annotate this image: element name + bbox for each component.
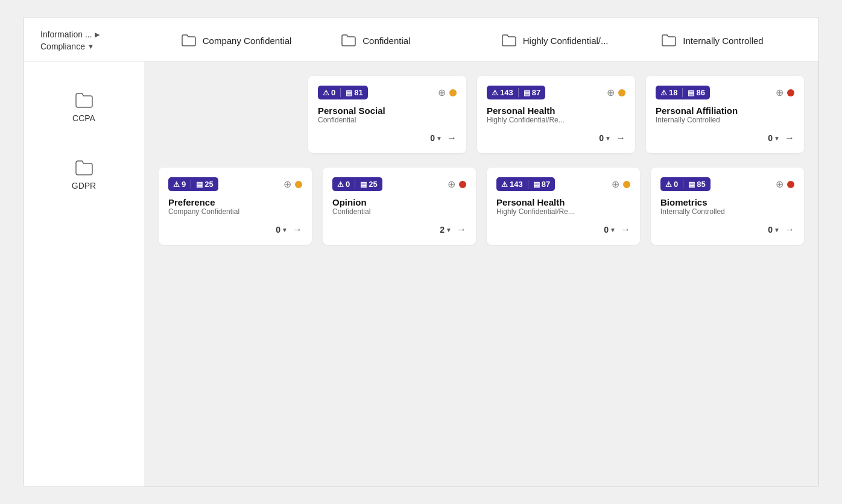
card-personal-social-info: Personal Social Confidential: [318, 106, 457, 124]
header-columns: Company Confidential Confidential Highly…: [161, 34, 802, 47]
hub-icon-personal-affiliation: ⊕: [776, 87, 783, 98]
header-col-internally-controlled-label: Internally Controlled: [683, 36, 763, 46]
badge-doc-opinion: ▤ 25: [360, 180, 377, 189]
dropdown-arrow-opinion[interactable]: ▼: [446, 227, 452, 233]
card-opinion-footer: 2 ▼ →: [332, 224, 466, 235]
footer-count-personal-health-ccpa: 0 ▼: [599, 133, 611, 143]
card-personal-health-gdpr-badge: ⚠ 143 ▤ 87: [496, 177, 555, 191]
footer-arrow-personal-affiliation[interactable]: →: [785, 133, 794, 143]
dot-personal-social: [449, 89, 457, 96]
card-opinion: ⚠ 0 ▤ 25 ⊕: [323, 168, 476, 245]
card-personal-social-top: ⚠ 0 ▤ 81 ⊕: [318, 86, 457, 99]
card-personal-health-ccpa-title: Personal Health: [487, 106, 625, 116]
sidebar-folder-icon-ccpa: [74, 92, 93, 109]
dropdown-arrow-personal-affiliation[interactable]: ▼: [774, 135, 780, 142]
ccpa-cards-row: ⚠ 0 ▤ 81 ⊕: [159, 76, 804, 153]
header-col-company-confidential-label: Company Confidential: [203, 36, 292, 46]
card-personal-affiliation-footer: 0 ▼ →: [656, 133, 794, 143]
alert-triangle-icon-bio: ⚠: [665, 180, 672, 189]
nav-compliance-arrow: ▼: [87, 43, 94, 50]
dropdown-arrow-biometrics[interactable]: ▼: [774, 227, 780, 233]
card-personal-social-badge: ⚠ 0 ▤ 81: [318, 86, 368, 99]
doc-count-opinion: 25: [369, 180, 377, 189]
footer-arrow-personal-health-ccpa[interactable]: →: [616, 133, 625, 143]
folder-icon-highly-confidential: [501, 34, 517, 47]
card-personal-health-ccpa-subtitle: Highly Confidential/Re...: [487, 116, 625, 124]
card-personal-social-title: Personal Social: [318, 106, 457, 116]
doc-icon-personal-health-gdpr: ▤: [533, 180, 540, 189]
nav-information-arrow: ▶: [95, 31, 100, 39]
badge-alert-personal-social: ⚠ 0: [323, 88, 341, 97]
card-personal-health-gdpr-subtitle: Highly Confidential/Re...: [496, 207, 630, 216]
ccpa-empty-placeholder: [159, 76, 297, 153]
footer-arrow-opinion[interactable]: →: [457, 224, 466, 235]
dropdown-arrow-personal-health-ccpa[interactable]: ▼: [605, 135, 611, 142]
hub-icon-preference: ⊕: [283, 178, 291, 190]
card-personal-health-gdpr-title: Personal Health: [496, 197, 630, 207]
badge-alert-preference: ⚠ 9: [173, 180, 191, 189]
badge-alert-biometrics: ⚠ 0: [665, 180, 683, 189]
footer-count-personal-social: 0 ▼: [430, 133, 442, 143]
nav-information[interactable]: Information ... ▶: [40, 28, 161, 40]
badge-doc-biometrics: ▤ 85: [688, 180, 705, 189]
alert-count-preference: 9: [182, 180, 186, 189]
alert-triangle-icon-opinion: ⚠: [337, 180, 344, 189]
footer-arrow-preference[interactable]: →: [293, 224, 302, 235]
card-personal-affiliation-subtitle: Internally Controlled: [656, 116, 794, 124]
card-personal-health-ccpa-indicators: ⊕: [607, 87, 625, 98]
badge-doc-personal-health-gdpr: ▤ 87: [533, 180, 550, 189]
alert-count-opinion: 0: [346, 180, 350, 189]
card-opinion-top: ⚠ 0 ▤ 25 ⊕: [332, 177, 466, 191]
nav-compliance[interactable]: Compliance ▼: [40, 40, 161, 52]
alert-count-personal-health-ccpa: 143: [500, 88, 513, 97]
card-personal-affiliation-top: ⚠ 18 ▤ 86 ⊕: [656, 86, 794, 99]
footer-arrow-biometrics[interactable]: →: [785, 224, 794, 235]
card-opinion-badge: ⚠ 0 ▤ 25: [332, 177, 382, 191]
doc-icon-personal-health-ccpa: ▤: [524, 89, 530, 97]
folder-icon-company-confidential: [181, 34, 197, 47]
sidebar-folder-icon-gdpr: [74, 159, 93, 176]
alert-triangle-icon-phg: ⚠: [501, 180, 508, 189]
card-personal-health-ccpa-top: ⚠ 143 ▤ 87 ⊕: [487, 86, 625, 99]
header-col-highly-confidential: Highly Confidential/...: [501, 34, 622, 47]
footer-arrow-personal-social[interactable]: →: [447, 133, 457, 143]
card-personal-social-footer: 0 ▼ →: [318, 133, 457, 143]
dropdown-arrow-preference[interactable]: ▼: [282, 227, 288, 233]
card-preference-subtitle: Company Confidential: [168, 207, 302, 216]
doc-count-biometrics: 85: [697, 180, 705, 189]
alert-count-personal-affiliation: 18: [669, 88, 677, 97]
header-col-highly-confidential-label: Highly Confidential/...: [523, 36, 609, 46]
card-biometrics-top: ⚠ 0 ▤ 85 ⊕: [660, 177, 794, 191]
badge-alert-opinion: ⚠ 0: [337, 180, 355, 189]
badge-alert-personal-health-gdpr: ⚠ 143: [501, 180, 528, 189]
hub-icon-personal-health-gdpr: ⊕: [612, 178, 619, 190]
header-col-internally-controlled: Internally Controlled: [661, 34, 782, 47]
doc-count-preference: 25: [204, 180, 213, 189]
folder-icon-internally-controlled: [661, 34, 677, 47]
sidebar-label-ccpa: CCPA: [72, 113, 95, 123]
card-personal-health-gdpr-top: ⚠ 143 ▤ 87 ⊕: [496, 177, 630, 191]
alert-count-personal-social: 0: [331, 88, 335, 97]
doc-icon-opinion: ▤: [360, 180, 367, 189]
card-biometrics-footer: 0 ▼ →: [660, 224, 794, 235]
header-col-confidential: Confidential: [341, 34, 461, 47]
alert-triangle-icon: ⚠: [323, 89, 329, 97]
dot-personal-affiliation: [787, 89, 794, 96]
main-frame: Information ... ▶ Compliance ▼ Company C…: [23, 17, 819, 487]
card-personal-social-subtitle: Confidential: [318, 116, 457, 124]
card-biometrics-badge: ⚠ 0 ▤ 85: [660, 177, 711, 191]
card-biometrics: ⚠ 0 ▤ 85 ⊕: [651, 168, 804, 245]
dropdown-arrow-personal-social[interactable]: ▼: [436, 135, 442, 142]
dot-personal-health-gdpr: [623, 181, 630, 188]
footer-count-opinion: 2 ▼: [440, 225, 452, 235]
card-personal-health-ccpa-badge: ⚠ 143 ▤ 87: [487, 86, 545, 99]
nav-information-label: Information ...: [40, 30, 92, 39]
dot-preference: [295, 181, 302, 188]
card-personal-health-gdpr-info: Personal Health Highly Confidential/Re..…: [496, 197, 630, 216]
dropdown-arrow-personal-health-gdpr[interactable]: ▼: [610, 227, 616, 233]
doc-count-personal-health-ccpa: 87: [532, 88, 540, 97]
folder-icon-confidential: [341, 34, 356, 47]
card-personal-health-gdpr-indicators: ⊕: [612, 178, 630, 190]
footer-arrow-personal-health-gdpr[interactable]: →: [621, 224, 630, 235]
card-personal-affiliation: ⚠ 18 ▤ 86 ⊕: [646, 76, 804, 153]
